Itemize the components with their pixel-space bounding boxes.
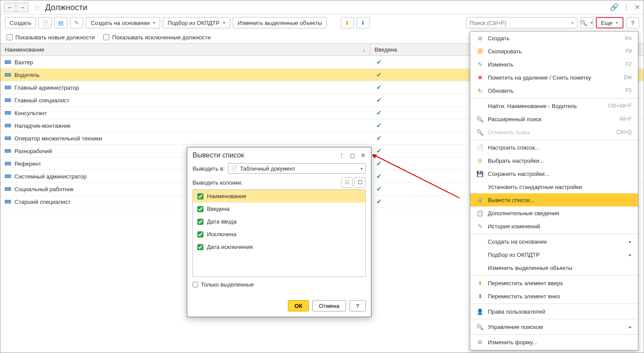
menu-item[interactable]: Найти: Наименование - ВодительCtrl+Alt+F [470,99,638,112]
list-icon: ▤ [58,20,63,26]
move-down-button[interactable]: ⬇ [357,17,370,28]
menu-item[interactable]: 👤Права пользователей [470,305,638,318]
row-icon [5,60,11,64]
search-input[interactable] [466,20,568,26]
sort-down-icon: ↓ [363,46,366,53]
row-name: Разнорабочий [14,148,52,154]
menu-label: Создать [488,35,620,42]
copy-button[interactable]: 📄 [38,17,52,28]
show-excluded-checkbox[interactable]: Показывать исключенные должности [103,34,210,41]
menu-label: Пометить на удаление / Снять пометку [488,74,620,81]
menu-shortcut: Alt+F [620,116,632,122]
column-item[interactable]: Дата ввода [193,215,365,228]
nav-forward-button[interactable]: → [16,3,28,12]
menu-item[interactable]: 🔍Управление поиском [470,320,638,333]
menu-shortcut: F5 [626,87,632,94]
menu-item[interactable]: ⬆Переместить элемент вверх [470,276,638,290]
nav-back-button[interactable]: ← [4,3,16,12]
dialog-menu-icon[interactable]: ⋮ [339,152,345,159]
row-name: Референт [14,161,41,167]
column-item[interactable]: Наименование [193,190,365,203]
output-to-label: Выводить в: [192,165,224,172]
column-label: Наименование [207,193,246,199]
pencil-icon: ✎ [74,20,79,26]
close-icon[interactable]: ✕ [634,3,640,11]
export-list-dialog: Вывести список ⋮ ◻ ✕ Выводить в: 📄 Табли… [187,147,371,317]
column-checkbox[interactable] [197,193,203,199]
edit-button[interactable]: ✎ [70,17,83,28]
search-clear-icon[interactable]: × [568,20,577,26]
column-item[interactable]: Исключена [193,228,365,241]
menu-item[interactable]: 🖨Вывести список... [470,193,638,206]
check-all-button[interactable]: ☑ [341,177,353,188]
col-header-name[interactable]: Наименование↓ [0,44,370,56]
menu-item[interactable]: ?СправкаF1 [470,349,638,350]
menu-label: Выбрать настройки... [488,157,632,164]
menu-shortcut: F9 [626,48,632,54]
menu-item[interactable]: ⬇Переместить элемент вниз [470,290,638,303]
menu-shortcut: Ctrl+Alt+F [608,103,632,109]
link-icon[interactable]: 🔗 [610,3,619,11]
columns-list: НаименованиеВведенаДата вводаИсключенаДа… [192,189,366,277]
menu-item[interactable]: ↻ОбновитьF5 [470,84,638,97]
row-icon [5,162,11,165]
create-based-button[interactable]: Создать на основании [86,17,160,28]
menu-item[interactable]: ✎История изменений [470,220,638,233]
only-selected-checkbox[interactable]: Только выделенные [192,281,366,288]
menu-item[interactable]: 🗐СкопироватьF9 [470,45,638,58]
kebab-icon[interactable]: ⋮ [623,3,630,11]
menu-item[interactable]: ✎ИзменитьF2 [470,58,638,71]
pick-okpdtr-button[interactable]: Подбор из ОКПДТР [163,17,230,28]
column-checkbox[interactable] [197,219,203,225]
favorite-star-icon[interactable]: ☆ [34,3,42,12]
menu-item[interactable]: Подбор из ОКПДТР [470,248,638,261]
more-button[interactable]: Еще [596,17,623,28]
menu-label: Вывести список... [488,197,632,203]
column-checkbox[interactable] [197,231,203,238]
search-options-button[interactable]: 🔍 [580,17,593,28]
menu-item[interactable]: ⚙Выбрать настройки... [470,154,638,167]
menu-icon: ⚙ [476,339,483,346]
menu-item[interactable]: Изменить выделенные объекты [470,261,638,274]
column-label: Введена [207,206,230,212]
create-button[interactable]: Создать [5,17,36,28]
move-up-button[interactable]: ⬆ [341,17,354,28]
change-selected-button[interactable]: Изменить выделенные объекты [233,17,327,28]
uncheck-all-button[interactable]: ☐ [354,177,366,188]
menu-item[interactable]: 💾Сохранить настройки... [470,167,638,180]
row-icon [5,136,11,140]
row-name: Главный администратор [14,84,79,91]
plus-file-icon: 📄 [42,20,49,26]
menu-icon: 🗐 [476,48,483,55]
menu-item[interactable]: 📋Дополнительные сведения [470,206,638,220]
output-to-select[interactable]: 📄 Табличный документ ▾ [228,163,366,174]
menu-item[interactable]: ✖Пометить на удаление / Снять пометкуDel [470,71,638,84]
dialog-help-button[interactable]: ? [350,300,366,311]
list-button[interactable]: ▤ [54,17,67,28]
column-item[interactable]: Введена [193,203,365,215]
column-checkbox[interactable] [197,244,203,250]
search-box: × [466,17,578,28]
menu-icon [476,251,483,258]
column-item[interactable]: Дата исключения [193,241,365,253]
help-button[interactable]: ? [626,17,639,28]
row-name: Оператор множительной техники [14,135,102,142]
menu-label: Отменить поиск [488,129,612,136]
menu-item[interactable]: Создать на основании [470,235,638,248]
menu-item[interactable]: ⊕СоздатьIns [470,31,638,45]
dialog-title: Вывести список [192,151,244,159]
row-icon [5,187,11,191]
dialog-maximize-icon[interactable]: ◻ [350,152,355,159]
show-new-checkbox[interactable]: Показывать новые должности [7,34,94,41]
menu-item[interactable]: 📄Настроить список... [470,141,638,154]
menu-item[interactable]: 🔍Расширенный поискAlt+F [470,112,638,126]
cancel-button[interactable]: Отмена [312,300,346,311]
row-name: Вахтер [14,59,33,66]
column-checkbox[interactable] [197,206,203,212]
menu-icon: ⊕ [476,35,483,42]
dialog-close-icon[interactable]: ✕ [360,152,366,159]
menu-item[interactable]: Установить стандартные настройки [470,180,638,193]
menu-item[interactable]: ⚙Изменить форму... [470,336,638,349]
menu-shortcut: F2 [626,61,632,67]
ok-button[interactable]: ОК [288,300,309,311]
